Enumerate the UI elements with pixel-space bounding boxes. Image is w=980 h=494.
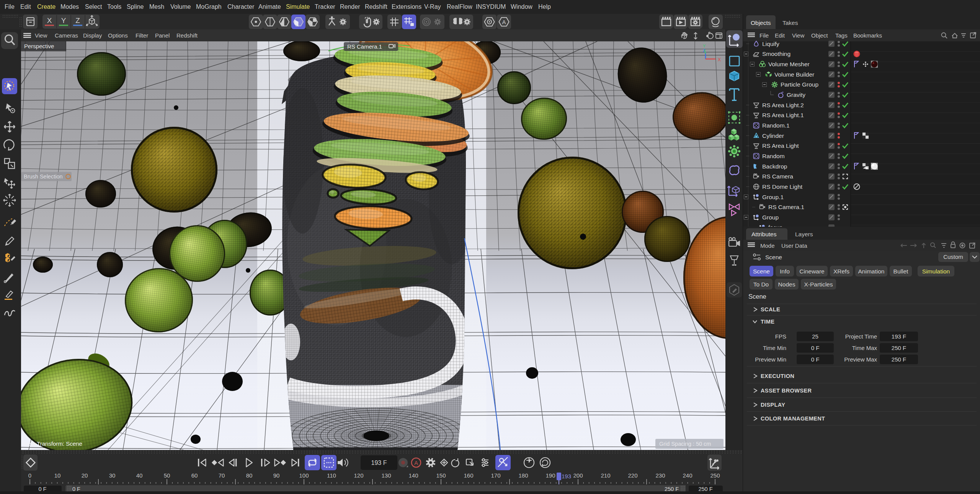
svg-text:Random.1: Random.1	[762, 122, 790, 129]
svg-text:110: 110	[327, 472, 336, 479]
svg-text:Liquify: Liquify	[762, 41, 779, 47]
svg-text:Attributes: Attributes	[751, 231, 777, 237]
svg-text:130: 130	[381, 472, 391, 479]
svg-text:120: 120	[354, 472, 363, 479]
svg-text:250: 250	[710, 472, 720, 479]
svg-text:210: 210	[601, 472, 610, 479]
svg-text:Bullet: Bullet	[893, 268, 908, 275]
svg-text:250 F: 250 F	[892, 345, 906, 351]
svg-text:80: 80	[246, 472, 253, 479]
svg-text:160: 160	[464, 472, 473, 479]
svg-text:230: 230	[655, 472, 665, 479]
svg-text:Backdrop: Backdrop	[762, 163, 787, 170]
svg-text:X-Particles: X-Particles	[804, 281, 833, 288]
svg-text:Grid Spacing : 50 cm: Grid Spacing : 50 cm	[659, 441, 711, 447]
svg-text:Gravity: Gravity	[787, 92, 805, 98]
svg-text:Scene: Scene	[765, 254, 782, 260]
svg-text:Scene: Scene	[753, 268, 770, 275]
svg-text:RS Area Light.1: RS Area Light.1	[762, 112, 804, 118]
svg-text:Takes: Takes	[782, 20, 798, 26]
svg-text:Preview Min: Preview Min	[755, 356, 786, 363]
svg-text:A: A	[414, 460, 418, 466]
svg-text:To Do: To Do	[753, 281, 769, 288]
svg-text:Animation: Animation	[858, 268, 885, 275]
svg-text:XRefs: XRefs	[833, 268, 849, 275]
svg-text:Bookmarks: Bookmarks	[853, 32, 882, 39]
svg-text:Brush Selection: Brush Selection	[24, 173, 63, 180]
svg-text:100: 100	[299, 472, 309, 479]
svg-text:Tags: Tags	[835, 32, 848, 39]
svg-text:SCALE: SCALE	[761, 306, 780, 312]
svg-text:193 F: 193 F	[371, 460, 387, 466]
svg-text:Edit: Edit	[775, 32, 785, 39]
svg-text:10: 10	[54, 472, 61, 479]
svg-text:70: 70	[219, 472, 225, 479]
svg-text:Smoothing: Smoothing	[762, 51, 791, 57]
svg-text:30: 30	[109, 472, 116, 479]
svg-text:RS Camera.1: RS Camera.1	[768, 204, 804, 210]
svg-text:0: 0	[28, 472, 31, 479]
svg-text:RS Area Light: RS Area Light	[762, 142, 799, 149]
svg-text:RS Dome Light: RS Dome Light	[762, 183, 803, 190]
svg-text:0 F: 0 F	[811, 345, 820, 351]
svg-text:EXECUTION: EXECUTION	[761, 373, 794, 379]
svg-text:Objects: Objects	[751, 20, 771, 26]
svg-text:20: 20	[82, 472, 88, 479]
svg-text:RS Camera: RS Camera	[762, 173, 793, 180]
svg-text:View Transform: Scene: View Transform: Scene	[23, 440, 82, 447]
svg-text:Cineware: Cineware	[799, 268, 824, 275]
svg-text:Group: Group	[762, 214, 779, 221]
svg-text:Time Min: Time Min	[763, 345, 786, 351]
svg-text:Z: Z	[75, 16, 80, 25]
svg-text:140: 140	[408, 472, 418, 479]
svg-text:180: 180	[518, 472, 528, 479]
svg-text:Custom: Custom	[943, 254, 963, 260]
svg-text:RS Area Light.2: RS Area Light.2	[762, 102, 804, 108]
svg-text:FPS: FPS	[775, 333, 786, 340]
svg-text:File: File	[760, 32, 769, 39]
svg-text:50: 50	[164, 472, 170, 479]
svg-text:Volume Mesher: Volume Mesher	[768, 61, 810, 67]
svg-text:193 F: 193 F	[892, 333, 906, 340]
svg-text:Group.1: Group.1	[762, 194, 784, 200]
svg-text:View: View	[792, 32, 804, 39]
svg-text:Z: Z	[703, 48, 706, 53]
svg-text:Object: Object	[811, 32, 828, 39]
svg-text:ASSET BROWSER: ASSET BROWSER	[761, 388, 812, 394]
svg-text:Y: Y	[61, 16, 66, 25]
svg-text:Volume Builder: Volume Builder	[774, 71, 814, 78]
svg-text:DISPLAY: DISPLAY	[761, 402, 785, 408]
svg-text:Cylinder: Cylinder	[762, 132, 784, 139]
svg-text:Particle Group: Particle Group	[781, 81, 818, 88]
svg-text:X: X	[47, 16, 52, 25]
svg-text:Info: Info	[780, 268, 790, 275]
svg-text:RS Camera.1: RS Camera.1	[347, 43, 382, 50]
svg-text:Simulation: Simulation	[922, 268, 950, 275]
svg-text:User Data: User Data	[781, 242, 807, 249]
svg-text:Perspective: Perspective	[24, 43, 54, 49]
svg-text:Y: Y	[703, 44, 706, 48]
svg-text:40: 40	[136, 472, 143, 479]
svg-text:Time Max: Time Max	[852, 345, 877, 351]
svg-text:Random: Random	[762, 153, 785, 159]
svg-text:150: 150	[436, 472, 446, 479]
svg-text:0 F: 0 F	[811, 356, 820, 363]
svg-text:90: 90	[273, 472, 280, 479]
svg-text:Nodes: Nodes	[778, 281, 795, 288]
svg-text:200: 200	[573, 472, 583, 479]
svg-text:60: 60	[191, 472, 198, 479]
svg-text:220: 220	[628, 472, 637, 479]
svg-text:TIME: TIME	[761, 319, 774, 325]
svg-text:Scene: Scene	[748, 293, 766, 300]
svg-text:193: 193	[562, 473, 571, 479]
svg-text:240: 240	[683, 472, 692, 479]
svg-text:190: 190	[546, 472, 555, 479]
svg-text:A: A	[502, 19, 506, 25]
svg-text:COLOR MANAGEMENT: COLOR MANAGEMENT	[761, 415, 825, 422]
svg-text:25: 25	[812, 333, 818, 340]
svg-text:Layers: Layers	[795, 231, 813, 237]
svg-text:Project Time: Project Time	[845, 333, 877, 340]
svg-text:Mode: Mode	[760, 242, 775, 249]
svg-text:170: 170	[491, 472, 500, 479]
svg-text:Preview Max: Preview Max	[844, 356, 877, 363]
